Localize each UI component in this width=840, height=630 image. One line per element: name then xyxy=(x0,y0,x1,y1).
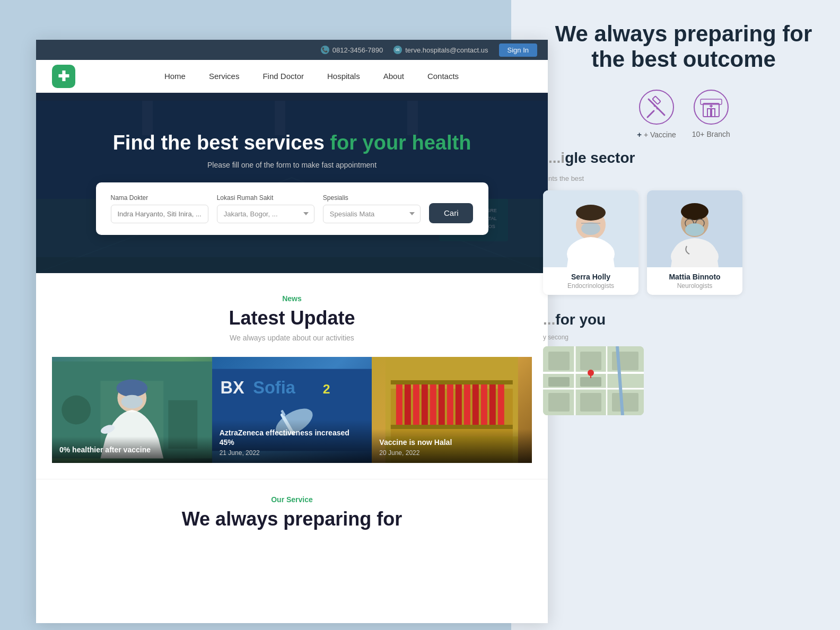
news-card-1-overlay: 0% healthier after vaccine xyxy=(52,436,212,463)
news-card-2-overlay: AztraZeneca effectiveness increased 45% … xyxy=(212,419,372,463)
news-section-label: News xyxy=(52,294,532,303)
svg-rect-73 xyxy=(413,383,419,426)
svg-point-26 xyxy=(685,223,704,236)
hospital-icon-svg xyxy=(693,89,730,126)
main-nav: ✚ Home Services Find Doctor Hospitals Ab… xyxy=(36,60,548,93)
stat-branch: 10+ Branch xyxy=(692,89,730,139)
hero-content: Find the best services for your health P… xyxy=(97,131,487,182)
doctor-2-image xyxy=(647,190,742,267)
service-section-title: We always preparing for xyxy=(52,508,532,530)
svg-rect-39 xyxy=(612,393,638,412)
doctor-1-specialty: Endocrinologists xyxy=(550,282,631,290)
svg-rect-36 xyxy=(580,377,601,387)
location-group: Lokasi Rumah Sakit Jakarta, Bogor, ... xyxy=(217,194,314,223)
doctors-row: Serra Holly Endocrinologists xyxy=(543,190,824,303)
svg-rect-35 xyxy=(548,377,570,387)
search-button[interactable]: Cari xyxy=(429,203,474,223)
doctor-1-info: Serra Holly Endocrinologists xyxy=(543,267,638,295)
hero-title: Find the best services for your health xyxy=(113,131,471,155)
news-card-2-date: 21 June, 2022 xyxy=(220,449,365,457)
nav-links: Home Services Find Doctor Hospitals Abou… xyxy=(91,67,532,85)
doctor-card-2[interactable]: Mattia Binnoto Neurologists xyxy=(647,190,742,295)
news-card-1[interactable]: 0% healthier after vaccine xyxy=(52,357,212,463)
svg-rect-33 xyxy=(580,352,601,370)
doctor-2-name: Mattia Binnoto xyxy=(654,273,735,281)
stats-row: + + Vaccine 10+ Branch xyxy=(543,89,824,139)
svg-point-58 xyxy=(121,395,143,409)
sector-subtext: nts the best xyxy=(543,174,824,182)
outcome-section: We always preparing for the best outcome xyxy=(543,11,824,78)
svg-rect-82 xyxy=(489,383,496,426)
outcome-title-line1: We always preparing for xyxy=(543,21,824,47)
search-form: Nama Dokter Lokasi Rumah Sakit Jakarta, … xyxy=(96,182,488,235)
nav-link-hospitals[interactable]: Hospitals xyxy=(316,67,372,85)
nav-link-about[interactable]: About xyxy=(372,67,416,85)
email-address: terve.hospitals@contact.us xyxy=(405,46,488,54)
logo[interactable]: ✚ xyxy=(52,65,75,88)
svg-rect-83 xyxy=(498,383,504,426)
news-card-3[interactable]: Vaccine is now Halal 20 June, 2022 xyxy=(372,357,532,463)
svg-line-5 xyxy=(654,106,655,107)
svg-point-57 xyxy=(117,379,148,397)
nav-link-home[interactable]: Home xyxy=(153,67,197,85)
nav-link-contacts[interactable]: Contacts xyxy=(416,67,470,85)
vaccine-label: + + Vaccine xyxy=(637,130,676,139)
news-card-3-overlay: Vaccine is now Halal 20 June, 2022 xyxy=(372,429,532,463)
doctor-1-name: Serra Holly xyxy=(550,273,631,281)
svg-rect-38 xyxy=(580,393,601,412)
right-panel-content: We always preparing for the best outcome… xyxy=(527,0,840,630)
hero-subtitle: Please fill one of the form to make fast… xyxy=(113,161,471,169)
doctor-1-image xyxy=(543,190,638,267)
service-section: Our Service We always preparing for xyxy=(36,479,548,550)
outcome-title-line2: the best outcome xyxy=(543,47,824,72)
phone-icon: 📞 xyxy=(321,46,329,54)
vaccine-count: + xyxy=(637,130,642,139)
doctor-card-1[interactable]: Serra Holly Endocrinologists xyxy=(543,190,638,295)
svg-point-22 xyxy=(681,203,708,220)
svg-rect-78 xyxy=(456,383,462,426)
hero-title-plain: Find the best services xyxy=(113,132,330,154)
map-svg xyxy=(543,346,644,415)
svg-rect-72 xyxy=(405,383,411,426)
svg-rect-37 xyxy=(548,393,570,412)
specialist-select[interactable]: Spesialis Mata Spesialis Jantung Spesial… xyxy=(323,205,421,223)
svg-rect-84 xyxy=(391,425,513,429)
phone-item: 📞 0812-3456-7890 xyxy=(321,46,383,54)
news-section: News Latest Update We always update abou… xyxy=(36,273,548,479)
svg-point-17 xyxy=(576,205,606,221)
logo-cross: ✚ xyxy=(58,69,69,83)
svg-rect-9 xyxy=(712,109,715,117)
branch-label: 10+ Branch xyxy=(692,130,730,138)
hospital-icon xyxy=(693,89,730,126)
syringe-icon-svg xyxy=(638,89,675,126)
nav-link-services[interactable]: Services xyxy=(197,67,251,85)
website-container: 📞 0812-3456-7890 ✉ terve.hospitals@conta… xyxy=(36,40,548,623)
svg-rect-85 xyxy=(391,380,513,384)
news-card-3-title: Vaccine is now Halal xyxy=(379,438,524,447)
news-card-2-title: AztraZeneca effectiveness increased 45% xyxy=(220,428,365,447)
nav-link-find-doctor[interactable]: Find Doctor xyxy=(251,67,316,85)
specialist-label: Spesialis xyxy=(323,194,421,202)
svg-rect-32 xyxy=(548,352,570,370)
doctor-name-group: Nama Dokter xyxy=(111,194,208,223)
news-card-3-date: 20 June, 2022 xyxy=(379,449,524,457)
svg-rect-8 xyxy=(707,109,711,117)
for-you-label: ...for you xyxy=(543,311,824,328)
location-select[interactable]: Jakarta, Bogor, ... xyxy=(217,205,314,223)
news-card-1-title: 0% healthier after vaccine xyxy=(59,445,205,454)
for-you-section: ...for you y secong xyxy=(543,311,824,415)
map-container[interactable] xyxy=(543,346,644,415)
doctor-2-specialty: Neurologists xyxy=(654,282,735,290)
news-card-2[interactable]: BX Sofia 2 AztraZeneca effectiveness inc… xyxy=(212,357,372,463)
news-section-title: Latest Update xyxy=(52,307,532,329)
top-bar: 📞 0812-3456-7890 ✉ terve.hospitals@conta… xyxy=(36,40,548,60)
news-section-subtitle: We always update about our activities xyxy=(52,334,532,342)
svg-rect-80 xyxy=(472,383,479,426)
email-item: ✉ terve.hospitals@contact.us xyxy=(393,46,488,54)
doctor-name-input[interactable] xyxy=(111,205,208,223)
service-section-label: Our Service xyxy=(52,495,532,504)
svg-rect-77 xyxy=(447,383,453,426)
svg-line-4 xyxy=(657,108,658,109)
location-label: Lokasi Rumah Sakit xyxy=(217,194,314,202)
news-cards-container: 0% healthier after vaccine BX Sofia 2 xyxy=(52,357,532,463)
